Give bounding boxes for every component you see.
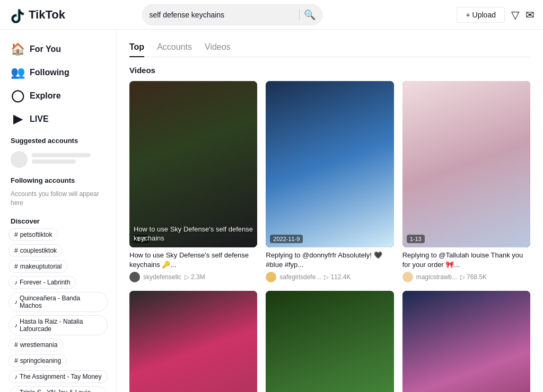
suggested-account[interactable]	[4, 148, 112, 171]
message-icon[interactable]: ✉	[526, 8, 535, 21]
search-icon[interactable]: 🔍	[304, 9, 316, 21]
tag-label: Forever - Labrinth	[20, 279, 70, 286]
tag-label: wrestlemania	[20, 341, 58, 349]
nav-following-label: Following	[30, 68, 69, 77]
avatar-placeholder	[11, 151, 28, 168]
video-thumb-bg	[129, 291, 257, 392]
search-tabs: Top Accounts Videos	[129, 38, 530, 57]
tag-item[interactable]: ♪The Assignment - Tay Money	[8, 370, 108, 383]
video-thumb-bg	[266, 81, 393, 247]
video-card[interactable]: 2022-11-9 Replying to @donnyfrfr Absolut…	[266, 81, 393, 282]
video-thumbnail: 2021-2-28 Tools that every girl needs	[266, 291, 393, 392]
tag-item[interactable]: #makeuptutorial	[8, 260, 67, 273]
video-meta: safegirlsdefe... ▷112.4K	[266, 272, 393, 282]
tag-item[interactable]: ♪Triple S - YN Jay & Louie Ray	[8, 386, 108, 392]
account-avatar	[129, 272, 140, 282]
video-thumb-bg	[402, 291, 530, 392]
account-name[interactable]: skydefensellc	[143, 273, 181, 281]
logo-text: TikTok	[29, 8, 65, 22]
tag-item[interactable]: #wrestlemania	[8, 338, 63, 351]
live-icon: ▶	[11, 112, 24, 126]
video-meta: magicstrawb... ▷768.5K	[402, 272, 530, 282]
tag-item[interactable]: #petsoftiktok	[8, 228, 58, 241]
play-count: ▷768.5K	[460, 273, 487, 281]
tag-icon: ♪	[14, 373, 17, 380]
upload-button[interactable]: + Upload	[457, 7, 505, 23]
tag-label: couplestiktok	[20, 247, 57, 254]
nav-for-you-label: For You	[30, 44, 61, 54]
upload-plus-icon: +	[466, 11, 470, 19]
search-bar[interactable]: 🔍	[142, 4, 322, 25]
main-content: Top Accounts Videos Videos 1-3 How to us…	[117, 30, 543, 392]
filter-icon[interactable]: ▽	[511, 8, 519, 21]
tags-container: #petsoftiktok#couplestiktok#makeuptutori…	[4, 228, 112, 392]
tag-label: springcleaning	[20, 357, 61, 364]
nav-following[interactable]: 👥 Following	[4, 61, 112, 84]
video-info: How to use Sky Defense's self defense ke…	[129, 251, 257, 282]
play-icon: ▷	[460, 273, 465, 281]
sidebar: 🏠 For You 👥 Following ◯ Explore ▶ LIVE S…	[0, 30, 117, 392]
tag-item[interactable]: ♪Forever - Labrinth	[8, 276, 76, 289]
video-card[interactable]: 2021-2-28 Tools that every girl needs Se…	[266, 291, 393, 392]
video-thumbnail: 2022-11-9	[266, 81, 393, 247]
video-desc: Replying to @Tallulah louise Thank you f…	[402, 251, 530, 270]
account-avatar	[402, 272, 413, 282]
video-thumbnail: 2022-8-17 You need this for your girl...	[402, 291, 530, 392]
tag-label: Hasta la Raiz - Natalia Lafourcade	[20, 318, 102, 333]
video-meta: skydefensellc ▷2.3M	[129, 272, 257, 282]
tag-icon: ♪	[14, 298, 17, 306]
video-info: Replying to @donnyfrfr Absolutely! 🖤 #bl…	[266, 251, 393, 282]
nav-live-label: LIVE	[30, 114, 49, 124]
suggested-accounts-title: Suggested accounts	[4, 131, 112, 148]
tag-label: The Assignment - Tay Money	[20, 373, 102, 380]
placeholder-line-2	[32, 159, 76, 164]
explore-icon: ◯	[11, 89, 24, 103]
nav-explore-label: Explore	[30, 91, 61, 101]
video-card[interactable]: 1-13 Replying to @Tallulah louise Thank …	[402, 81, 530, 282]
placeholder-line-1	[32, 153, 91, 157]
search-input[interactable]	[149, 11, 295, 19]
nav-explore[interactable]: ◯ Explore	[4, 85, 112, 107]
video-thumbnail: 1-3 How to use Sky Defense's self defens…	[129, 81, 257, 247]
video-thumbnail: 1-13	[402, 81, 530, 247]
search-divider	[299, 10, 300, 20]
nav-for-you[interactable]: 🏠 For You	[4, 38, 112, 60]
body: 🏠 For You 👥 Following ◯ Explore ▶ LIVE S…	[0, 30, 543, 392]
tag-item[interactable]: #springcleaning	[8, 354, 67, 367]
video-date-badge: 1-13	[407, 235, 425, 243]
play-count: ▷2.3M	[185, 273, 205, 281]
tab-accounts[interactable]: Accounts	[157, 38, 192, 57]
tag-item[interactable]: ♪Quinceañera - Banda Machos	[8, 292, 108, 312]
tag-label: petsoftiktok	[20, 231, 52, 238]
video-grid: 1-3 How to use Sky Defense's self defens…	[129, 81, 530, 392]
tab-videos[interactable]: Videos	[205, 38, 231, 57]
logo[interactable]: TikTok	[8, 6, 72, 23]
home-icon: 🏠	[11, 42, 24, 56]
play-icon: ▷	[324, 273, 329, 281]
video-card[interactable]: 1-3 How to use Sky Defense's self defens…	[129, 81, 257, 282]
play-icon: ▷	[185, 273, 189, 281]
tag-icon: #	[14, 341, 18, 349]
video-desc: Replying to @donnyfrfr Absolutely! 🖤 #bl…	[266, 251, 393, 270]
tag-icon: ♪	[14, 279, 17, 286]
account-avatar	[266, 272, 276, 282]
video-info: Replying to @Tallulah louise Thank you f…	[402, 251, 530, 282]
tag-item[interactable]: ♪Hasta la Raiz - Natalia Lafourcade	[8, 315, 108, 335]
video-desc: How to use Sky Defense's self defense ke…	[129, 251, 257, 270]
account-name[interactable]: magicstrawb...	[416, 273, 457, 281]
play-count: ▷112.4K	[324, 273, 351, 281]
header-actions: + Upload ▽ ✉	[457, 7, 535, 23]
following-accounts-title: Following accounts	[4, 171, 112, 188]
tab-top[interactable]: Top	[129, 38, 144, 57]
section-label: Videos	[129, 66, 530, 75]
video-card[interactable]: 2022-10-10 Replying to @raereeig only pi…	[129, 291, 257, 392]
tag-item[interactable]: #couplestiktok	[8, 244, 63, 257]
video-thumb-bg	[129, 81, 257, 247]
video-card[interactable]: 2022-8-17 You need this for your girl...…	[402, 291, 530, 392]
video-thumb-bg	[266, 291, 393, 392]
following-accounts-msg: Accounts you follow will appear here	[4, 188, 112, 213]
nav-live[interactable]: ▶ LIVE	[4, 108, 112, 130]
tag-label: Triple S - YN Jay & Louie Ray	[20, 389, 102, 392]
account-text-placeholder	[32, 153, 106, 166]
account-name[interactable]: safegirlsdefe...	[279, 273, 321, 281]
